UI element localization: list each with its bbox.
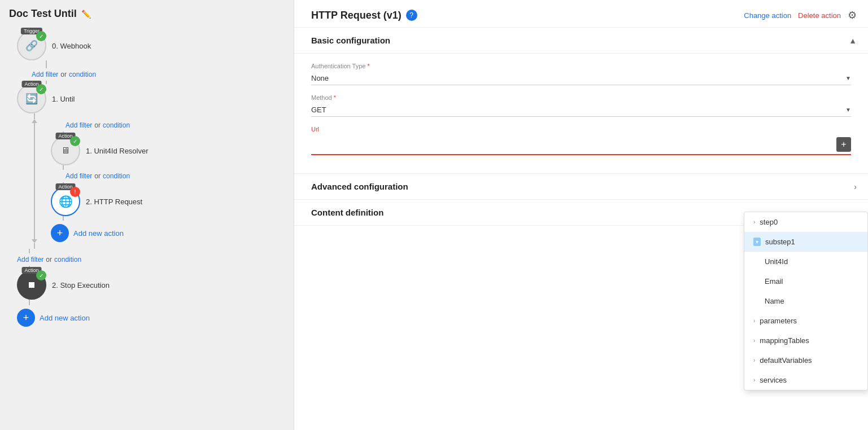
auth-type-field: Authentication Type None Basic OAuth ▼	[311, 63, 851, 85]
auth-type-label: Authentication Type	[311, 63, 851, 69]
advanced-config-title: Advanced configuration	[311, 182, 408, 191]
or-label-1: or	[60, 71, 67, 78]
variable-dropdown: › step0 ▾ substep1 Unit4Id Email Name ›	[744, 212, 868, 390]
method-select[interactable]: GET POST PUT DELETE	[311, 106, 845, 114]
substep1-label: substep1	[765, 238, 795, 246]
stop-node[interactable]: Action ⏹ ✓	[17, 270, 46, 300]
side-line	[34, 123, 35, 239]
dropdown-item-defaultvariables[interactable]: › defaultVariables	[744, 350, 867, 370]
basic-config-section-header[interactable]: Basic configuration ▲	[294, 28, 868, 54]
method-select-wrapper: GET POST PUT DELETE ▼	[311, 103, 851, 117]
dropdown-item-email[interactable]: Email	[744, 271, 867, 291]
condition-link-1[interactable]: condition	[69, 71, 96, 78]
webhook-check-badge: ✓	[36, 31, 46, 41]
webhook-node[interactable]: Trigger 🔗 ✓	[17, 31, 46, 60]
dropdown-item-step0[interactable]: › step0	[744, 212, 867, 232]
add-filter-line-2: Add filter or condition	[66, 172, 282, 180]
left-panel: Doc Test Until ✏️ Trigger 🔗 ✓ 0. Webhook…	[0, 0, 294, 430]
url-add-button[interactable]: +	[836, 137, 851, 152]
add-new-action-bottom-row: + Add new action	[17, 309, 282, 327]
unit4id-label: 1. Unit4Id Resolver	[86, 147, 149, 155]
http-node[interactable]: Action 🌐 !	[51, 187, 80, 216]
stop-row: Action ⏹ ✓ 2. Stop Execution	[17, 270, 282, 300]
until-icon: 🔄	[25, 93, 38, 105]
doc-title-text: Doc Test Until	[9, 8, 77, 20]
step0-label: step0	[760, 218, 778, 226]
until-check-badge: ✓	[36, 84, 46, 94]
delete-action-button[interactable]: Delete action	[798, 11, 841, 20]
v-line-1	[46, 60, 47, 68]
v-line-after-loop	[29, 249, 30, 253]
dropdown-item-name[interactable]: Name	[744, 291, 867, 311]
add-new-action-bottom-label[interactable]: Add new action	[40, 314, 90, 322]
add-filter-link-3[interactable]: Add filter	[17, 256, 43, 264]
add-filter-link-inner[interactable]: Add filter	[66, 121, 92, 129]
change-action-button[interactable]: Change action	[744, 11, 791, 20]
stop-icon: ⏹	[27, 280, 36, 290]
unit4id-node[interactable]: Action 🖥 ✓	[51, 136, 80, 165]
parameters-chevron: ›	[753, 318, 755, 324]
right-header-right: Change action Delete action ⚙	[744, 9, 857, 21]
doc-title: Doc Test Until ✏️	[0, 0, 294, 25]
url-field: Url +	[311, 126, 851, 155]
add-filter-link-2[interactable]: Add filter	[66, 172, 92, 180]
add-icon-inner: +	[57, 227, 63, 239]
right-content: Basic configuration ▲ Authentication Typ…	[294, 28, 868, 430]
auth-type-select[interactable]: None Basic OAuth	[311, 74, 845, 82]
content-definition-title: Content definition	[311, 208, 383, 217]
until-node[interactable]: Action 🔄 ✓	[17, 84, 46, 113]
basic-config-chevron: ▲	[849, 36, 857, 45]
condition-link-3[interactable]: condition	[54, 256, 81, 264]
condition-link-2[interactable]: condition	[103, 172, 130, 180]
parameters-label: parameters	[760, 317, 797, 325]
basic-config-title: Basic configuration	[311, 36, 390, 45]
dropdown-item-mappingtables[interactable]: › mappingTables	[744, 331, 867, 350]
substep1-chevron: ▾	[753, 238, 761, 246]
unit4id-dd-label: Unit4Id	[765, 257, 788, 266]
flow-area: Trigger 🔗 ✓ 0. Webhook Add filter or con…	[0, 25, 294, 430]
unit4id-check-badge: ✓	[70, 136, 80, 146]
add-action-bottom-btn[interactable]: +	[17, 309, 35, 327]
dropdown-item-unit4id[interactable]: Unit4Id	[744, 252, 867, 271]
webhook-row: Trigger 🔗 ✓ 0. Webhook	[17, 31, 91, 60]
http-icon: 🌐	[59, 195, 73, 208]
settings-button[interactable]: ⚙	[848, 9, 857, 21]
add-filter-line-3: Add filter or condition	[17, 256, 282, 264]
until-row: Action 🔄 ✓ 1. Until	[17, 84, 282, 113]
services-label: services	[760, 376, 787, 384]
url-label: Url	[311, 126, 851, 133]
loop-inner: Add filter or condition Action 🖥 ✓ 1. Un…	[46, 113, 282, 249]
condition-link-inner[interactable]: condition	[103, 121, 130, 129]
help-icon[interactable]: ?	[406, 10, 417, 21]
add-new-action-inner-row: + Add new action	[51, 224, 282, 242]
http-row: Action 🌐 ! 2. HTTP Request	[51, 187, 282, 216]
right-header: HTTP Request (v1) ? Change action Delete…	[294, 0, 868, 28]
url-input[interactable]	[311, 141, 836, 149]
advanced-config-section[interactable]: Advanced configuration ›	[294, 174, 868, 200]
right-header-left: HTTP Request (v1) ?	[311, 10, 417, 21]
step0-chevron: ›	[753, 219, 755, 225]
right-panel-title: HTTP Request (v1)	[311, 10, 402, 21]
bottom-line	[34, 243, 35, 249]
name-dd-label: Name	[765, 297, 784, 305]
method-label: Method	[311, 94, 851, 101]
right-panel: HTTP Request (v1) ? Change action Delete…	[294, 0, 868, 430]
add-filter-link-1[interactable]: Add filter	[32, 71, 58, 78]
advanced-config-chevron: ›	[854, 182, 857, 191]
until-label: 1. Until	[52, 95, 75, 103]
dropdown-item-substep1[interactable]: ▾ substep1	[744, 232, 867, 252]
loop-bracket-col	[23, 113, 46, 249]
add-new-action-inner-label[interactable]: Add new action	[73, 229, 124, 238]
mappingtables-label: mappingTables	[760, 336, 809, 345]
top-line	[34, 113, 35, 119]
stop-label: 2. Stop Execution	[52, 281, 110, 289]
auth-type-arrow: ▼	[845, 75, 851, 81]
dropdown-item-parameters[interactable]: › parameters	[744, 311, 867, 331]
edit-icon[interactable]: ✏️	[81, 10, 91, 19]
dropdown-item-services[interactable]: › services	[744, 370, 867, 390]
services-chevron: ›	[753, 377, 755, 383]
add-filter-line-inner: Add filter or condition	[66, 121, 282, 129]
basic-config-body: Authentication Type None Basic OAuth ▼ M…	[294, 54, 868, 174]
add-action-inner-btn[interactable]: +	[51, 224, 69, 242]
webhook-group: Trigger 🔗 ✓ 0. Webhook	[17, 31, 282, 60]
